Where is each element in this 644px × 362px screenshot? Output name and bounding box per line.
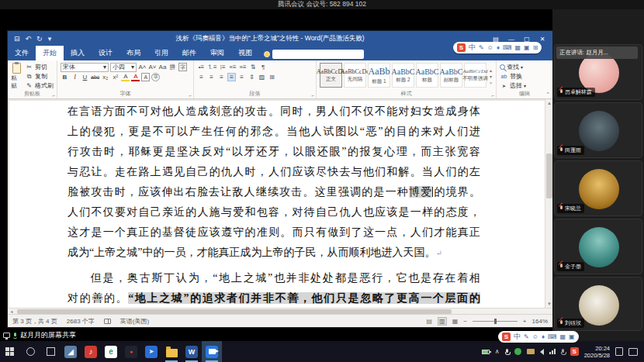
taskbar-clock[interactable]: 20:24 2020/5/28	[584, 345, 610, 359]
taskbar-app-explorer[interactable]	[161, 341, 182, 362]
zoom-in-icon[interactable]: +	[523, 318, 527, 325]
character-shading-icon[interactable]: A	[141, 73, 150, 81]
start-button[interactable]	[0, 341, 20, 362]
show-marks-icon[interactable]: ¶	[259, 63, 268, 71]
grow-font-icon[interactable]: A˄	[138, 63, 147, 71]
zoom-slider[interactable]	[473, 321, 518, 322]
pen-icon[interactable]: ✎	[479, 45, 484, 51]
strikethrough-button[interactable]: abc	[91, 73, 99, 81]
emoji-icon[interactable]: ☺	[532, 334, 538, 340]
cut-button[interactable]: ✂剪切	[25, 63, 54, 71]
taskbar-app-thunder[interactable]: ➤	[141, 341, 161, 362]
zoom-out-icon[interactable]: −	[463, 318, 467, 325]
document-page[interactable]: 在言语方面不可对他人造成刻意的攻击。同时，男人们不仅不能对妇女造成身体 上的侵犯…	[9, 101, 545, 308]
task-view-button[interactable]	[40, 341, 61, 362]
character-border-icon[interactable]: 字	[178, 63, 187, 71]
distribute-icon[interactable]: ≡	[237, 73, 246, 81]
tell-me-input[interactable]	[272, 50, 364, 59]
taskbar-app-recorder[interactable]: ●	[121, 341, 141, 362]
italic-button[interactable]: I	[71, 73, 79, 81]
sogou-input-bar-bottom[interactable]: S 中 ✎ ☺ ♦ ⌨ ▦ ▣	[498, 331, 579, 343]
bold-button[interactable]: B	[61, 73, 69, 81]
style-no-spacing[interactable]: AaBbCcDd无间隔	[344, 63, 366, 88]
format-painter-button[interactable]: ✎格式刷	[25, 81, 54, 90]
align-left-icon[interactable]: ≡	[197, 73, 206, 81]
style-heading2[interactable]: AaBbC标题 2	[392, 63, 414, 88]
keyboard-icon[interactable]: ⌨	[503, 45, 512, 51]
styles-dialog-launcher[interactable]: ⌐	[491, 93, 494, 98]
shading-icon[interactable]: ▨	[258, 73, 266, 81]
keyboard-icon[interactable]: ⌨	[548, 334, 557, 340]
shrink-font-icon[interactable]: A˅	[148, 63, 157, 71]
sort-icon[interactable]: ⇅	[249, 63, 258, 71]
read-mode-icon[interactable]: ▤	[427, 318, 433, 325]
justify-icon[interactable]: ≡	[227, 73, 236, 81]
vertical-scrollbar[interactable]: ▲ ▼	[545, 99, 552, 308]
voice-input-icon[interactable]: ♦	[542, 334, 545, 340]
volume-icon[interactable]	[540, 349, 544, 355]
taskbar-app-browser2345[interactable]: ◢	[61, 341, 81, 362]
sogou-tray-icon[interactable]: S	[570, 347, 579, 356]
toolbox-icon[interactable]: ▦	[515, 45, 521, 51]
font-dialog-launcher[interactable]: ⌐	[189, 93, 192, 98]
bullets-icon[interactable]: •≡	[197, 63, 206, 71]
change-case-icon[interactable]: Aa	[158, 63, 167, 71]
action-center-icon[interactable]	[628, 348, 638, 356]
align-right-icon[interactable]: ≡	[217, 73, 226, 81]
audio-device-icon[interactable]	[561, 349, 565, 355]
copy-button[interactable]: ⧉复制	[25, 72, 54, 81]
style-title[interactable]: AaBbC标题	[416, 63, 438, 88]
taskbar-app-word[interactable]: W	[182, 341, 202, 362]
style-subtitle[interactable]: AaBbC副标题	[440, 63, 462, 88]
emoji-icon[interactable]: ☺	[487, 45, 493, 51]
sogou-input-bar-top[interactable]: S 中 ✎ ☺ ♦ ⌨ ▦ ▣ ⊞	[453, 42, 542, 53]
increase-indent-icon[interactable]: »≡	[239, 63, 248, 71]
tab-insert[interactable]: 插入	[64, 46, 92, 60]
tray-mic-icon[interactable]	[505, 349, 509, 355]
style-heading1[interactable]: AaBb标题 1	[368, 63, 390, 88]
zoom-slider-thumb[interactable]	[494, 319, 497, 324]
font-size-select[interactable]: 小四▾	[110, 63, 137, 72]
multilevel-list-icon[interactable]: ⁝≡	[219, 63, 227, 71]
tab-home[interactable]: 开始	[36, 46, 64, 60]
align-center-icon[interactable]: ≡	[207, 73, 216, 81]
style-subtle-emphasis[interactable]: AaBbCcDd不明显强调	[464, 63, 486, 88]
pen-icon[interactable]: ✎	[524, 334, 529, 340]
text-highlight-icon[interactable]: A	[121, 73, 130, 81]
zoom-level[interactable]: 164%	[532, 318, 548, 325]
skin-icon[interactable]: ▣	[569, 334, 575, 340]
redo-icon[interactable]: ↻	[36, 35, 43, 43]
font-name-select[interactable]: 宋体▾	[61, 63, 109, 72]
tab-references[interactable]: 引用	[147, 46, 175, 60]
tab-file[interactable]: 文件	[8, 46, 36, 60]
clipboard-dialog-launcher[interactable]: ⌐	[52, 93, 55, 98]
phonetic-guide-icon[interactable]: 拼	[168, 63, 177, 71]
voice-input-icon[interactable]: ♦	[497, 45, 500, 51]
input-mode-chinese[interactable]: 中	[514, 332, 521, 342]
input-mode-chinese[interactable]: 中	[469, 43, 476, 53]
styles-gallery-scroll[interactable]: ▴ ▾ ▿	[490, 63, 492, 90]
paste-button[interactable]: 粘贴	[11, 63, 22, 90]
taskbar-app-music[interactable]: ♪	[81, 341, 101, 362]
subscript-button[interactable]: x₂	[101, 73, 109, 81]
tab-layout[interactable]: 布局	[119, 46, 147, 60]
page-indicator[interactable]: 第 3 页，共 4 页	[12, 317, 57, 326]
split-icon[interactable]: ⊞	[533, 45, 538, 51]
hidden-icons-chevron[interactable]: ∧	[495, 348, 500, 355]
paragraph-dialog-launcher[interactable]: ⌐	[311, 93, 314, 98]
tell-me-search[interactable]	[264, 50, 364, 59]
document-area[interactable]: 在言语方面不可对他人造成刻意的攻击。同时，男人们不仅不能对妇女造成身体 上的侵犯…	[8, 99, 552, 308]
network-signal-icon[interactable]	[549, 349, 556, 354]
style-normal[interactable]: AaBbCcDd正文	[320, 63, 342, 88]
borders-icon[interactable]: ⊞	[268, 73, 276, 81]
horizontal-scrollbar[interactable]: ◄	[8, 308, 552, 314]
word-count[interactable]: 2683 个字	[67, 317, 95, 326]
tab-view[interactable]: 视图	[231, 46, 259, 60]
tab-review[interactable]: 审阅	[203, 46, 231, 60]
proofing-icon[interactable]	[104, 319, 111, 324]
line-spacing-icon[interactable]: ⇕	[248, 73, 256, 81]
toolbox-icon[interactable]: ▦	[560, 334, 566, 340]
replace-button[interactable]: ab替换	[500, 72, 549, 81]
font-color-icon[interactable]: A	[131, 73, 140, 81]
vertical-scroll-thumb[interactable]	[546, 153, 552, 198]
